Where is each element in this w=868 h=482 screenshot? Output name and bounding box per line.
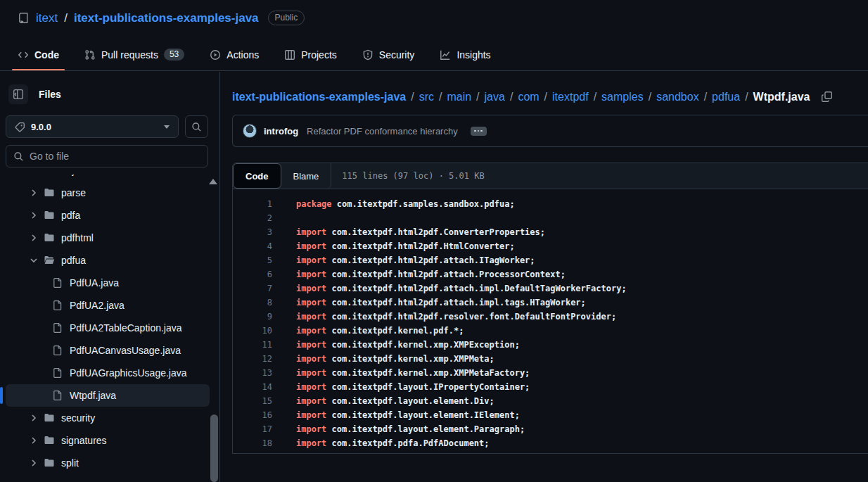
file-icon (52, 367, 63, 379)
line-number[interactable]: 17 (233, 422, 272, 436)
tree-item-pdfua.java[interactable]: PdfUA.java (6, 272, 210, 294)
line-number[interactable]: 11 (233, 338, 272, 352)
line-number[interactable]: 3 (233, 225, 272, 239)
chevron-right-icon[interactable] (28, 175, 39, 176)
files-title: Files (39, 89, 61, 100)
chevron-down-icon[interactable] (28, 255, 39, 266)
tab-code[interactable]: Code (12, 41, 65, 70)
repo-name-link[interactable]: itext-publications-examples-java (74, 11, 259, 25)
breadcrumb-segment[interactable]: com (518, 91, 539, 103)
tree-item-objects[interactable]: objects (6, 175, 210, 182)
breadcrumb-segment[interactable]: samples (601, 91, 644, 103)
tree-item-label: signatures (61, 435, 107, 446)
tree-item-pdfua2.java[interactable]: PdfUA2.java (6, 294, 210, 317)
commit-author[interactable]: introfog (264, 126, 298, 137)
commit-message[interactable]: Refactor PDF conformance hierarchy (307, 126, 458, 137)
chevron-right-icon[interactable] (28, 457, 39, 469)
tab-blame[interactable]: Blame (281, 163, 331, 189)
folder-icon (44, 232, 55, 243)
line-number[interactable]: 7 (233, 281, 272, 296)
line-content: import com.itextpdf.layout.element.IElem… (296, 408, 520, 422)
tab-insights[interactable]: Insights (434, 41, 496, 70)
goto-file-input[interactable] (30, 151, 200, 162)
line-number[interactable]: 16 (233, 408, 272, 422)
breadcrumb-separator: / (434, 91, 447, 103)
commit-author-avatar[interactable] (243, 124, 257, 138)
code-line-17: 17import com.itextpdf.layout.element.Par… (233, 422, 868, 436)
tree-item-pdfa[interactable]: pdfa (6, 204, 210, 227)
tree-item-pdfua[interactable]: pdfua (6, 249, 210, 272)
line-number[interactable]: 15 (233, 394, 272, 408)
tab-actions[interactable]: Actions (204, 41, 264, 70)
tree-item-pdfuacanvasusage.java[interactable]: PdfUACanvasUsage.java (6, 339, 210, 362)
sidebar-scrollbar-thumb[interactable] (210, 414, 218, 482)
breadcrumb-segment[interactable]: java (485, 91, 505, 103)
search-icon (13, 151, 24, 162)
repo-nav: CodePull requests53ActionsProjectsSecuri… (12, 41, 511, 70)
tab-code[interactable]: Code (233, 163, 281, 189)
code-line-9: 9import com.itextpdf.html2pdf.resolver.f… (233, 310, 868, 324)
tree-item-pdfhtml[interactable]: pdfhtml (6, 227, 210, 249)
chevron-right-icon[interactable] (28, 232, 39, 243)
file-icon (52, 345, 63, 356)
line-number[interactable]: 18 (233, 436, 272, 450)
folder-open-icon (44, 255, 55, 266)
breadcrumb-segment[interactable]: itext-publications-examples-java (232, 91, 406, 103)
tree-item-label: PdfUACanvasUsage.java (70, 345, 181, 356)
copy-path-button[interactable] (819, 89, 834, 104)
file-icon (52, 322, 63, 334)
ref-row: 9.0.0 (0, 111, 219, 138)
line-number[interactable]: 6 (233, 267, 272, 281)
tree-item-pdfuagraphicsusage.java[interactable]: PdfUAGraphicsUsage.java (6, 362, 210, 384)
tree-item-signatures[interactable]: signatures (6, 429, 210, 452)
line-number[interactable]: 5 (233, 253, 272, 267)
kebab-ellipsis-icon[interactable] (471, 127, 487, 136)
line-number[interactable]: 13 (233, 366, 272, 380)
chevron-right-icon[interactable] (28, 412, 39, 424)
line-number[interactable]: 19 (233, 450, 272, 454)
line-number[interactable]: 10 (233, 324, 272, 338)
breadcrumb-segment[interactable]: pdfua (712, 91, 740, 103)
search-repo-button[interactable] (185, 115, 208, 138)
tab-projects[interactable]: Projects (279, 41, 343, 70)
chevron-right-icon[interactable] (28, 435, 39, 446)
latest-commit-bar[interactable]: introfog Refactor PDF conformance hierar… (232, 115, 868, 147)
repo-title-row: itext / itext-publications-examples-java… (0, 0, 868, 25)
code-line-10: 10import com.itextpdf.kernel.pdf.*; (233, 324, 868, 338)
file-meta: 115 lines (97 loc) · 5.01 KB (342, 171, 484, 181)
line-number[interactable]: 1 (233, 197, 272, 211)
breadcrumb-segment[interactable]: sandbox (656, 91, 699, 103)
line-number[interactable]: 8 (233, 296, 272, 310)
tree-item-parse[interactable]: parse (6, 182, 210, 204)
tree-item-security[interactable]: security (6, 407, 210, 429)
tree-item-label: split (61, 457, 79, 469)
tree-item-label: parse (61, 187, 86, 198)
code-line-14: 14import com.itextpdf.layout.IPropertyCo… (233, 380, 868, 394)
breadcrumb-current-file: Wtpdf.java (753, 91, 810, 103)
tree-item-wtpdf.java[interactable]: Wtpdf.java (6, 384, 210, 407)
line-number[interactable]: 9 (233, 310, 272, 324)
breadcrumb-segment[interactable]: itextpdf (552, 91, 589, 103)
file-icon (52, 390, 63, 401)
collapse-sidebar-button[interactable] (8, 84, 28, 104)
tab-pull-requests[interactable]: Pull requests53 (79, 41, 190, 70)
chevron-right-icon[interactable] (28, 187, 39, 198)
line-number[interactable]: 12 (233, 352, 272, 366)
repo-owner-link[interactable]: itext (36, 11, 58, 25)
scrollbar-up-arrow[interactable] (209, 179, 217, 184)
breadcrumb-segment[interactable]: main (447, 91, 471, 103)
code-line-18: 18import com.itextpdf.pdfa.PdfADocument; (233, 436, 868, 450)
line-number[interactable]: 14 (233, 380, 272, 394)
line-number[interactable]: 4 (233, 239, 272, 253)
branch-tag-selector[interactable]: 9.0.0 (6, 115, 179, 138)
line-number[interactable]: 2 (233, 211, 272, 225)
tree-item-pdfua2tablecaption.java[interactable]: PdfUA2TableCaption.java (6, 317, 210, 339)
breadcrumb-segment[interactable]: src (419, 91, 434, 103)
chevron-right-icon[interactable] (28, 210, 39, 221)
tree-item-split[interactable]: split (6, 452, 210, 474)
repo-separator: / (64, 11, 68, 25)
folder-icon (44, 175, 55, 176)
code-line-13: 13import com.itextpdf.kernel.xmp.XMPMeta… (233, 366, 868, 380)
tab-security[interactable]: Security (357, 41, 421, 70)
line-content: import com.itextpdf.layout.IPropertyCont… (296, 380, 530, 394)
